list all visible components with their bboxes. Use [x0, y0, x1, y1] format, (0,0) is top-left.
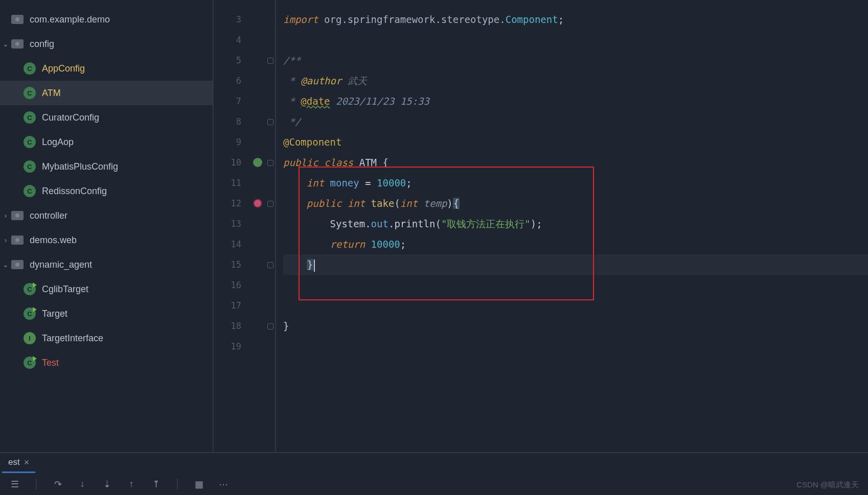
- class-icon: C: [24, 136, 36, 148]
- tree-file[interactable]: C CglibTarget: [0, 277, 213, 301]
- tree-label: Target: [42, 309, 213, 319]
- gutter-icons: [247, 0, 268, 452]
- bottom-tab[interactable]: est ×: [2, 453, 35, 473]
- force-step-into-icon[interactable]: ⇣: [101, 479, 112, 490]
- tree-file-selected[interactable]: C ATM: [0, 81, 213, 105]
- tab-label: est: [8, 457, 20, 467]
- tree-label: LogAop: [42, 137, 213, 148]
- project-tree: ▸ com.example.demo ⌄ config C AppConfig …: [0, 0, 213, 452]
- tree-file[interactable]: C Test: [0, 350, 213, 375]
- tree-folder-demos-web[interactable]: › demos.web: [0, 228, 213, 252]
- package-icon: [11, 235, 24, 245]
- tree-label: CglibTarget: [42, 284, 213, 295]
- class-icon: C: [24, 185, 36, 197]
- tree-folder-controller[interactable]: › controller: [0, 203, 213, 228]
- class-run-icon: C: [24, 357, 36, 369]
- evaluate-icon[interactable]: ▦: [193, 479, 204, 490]
- fold-icon[interactable]: [266, 254, 275, 275]
- text-caret: [314, 260, 315, 272]
- tree-label: TargetInterface: [42, 333, 213, 344]
- fold-icon[interactable]: [266, 316, 275, 336]
- package-icon: [11, 15, 24, 24]
- class-icon: C: [24, 87, 36, 99]
- interface-icon: I: [24, 332, 36, 344]
- tree-file[interactable]: C CuratorConfig: [0, 105, 213, 130]
- class-icon: C: [24, 111, 36, 124]
- tree-package-root[interactable]: ▸ com.example.demo: [0, 7, 213, 32]
- tree-label: demos.web: [30, 235, 213, 246]
- tree-file[interactable]: C LogAop: [0, 130, 213, 154]
- tree-folder-config[interactable]: ⌄ config: [0, 32, 213, 56]
- tree-label: ATM: [42, 88, 213, 99]
- class-icon: C: [24, 160, 36, 173]
- chevron-down-icon: ⌄: [0, 261, 11, 269]
- pane-divider[interactable]: [213, 0, 214, 452]
- close-icon[interactable]: ×: [24, 457, 30, 468]
- class-icon: C: [24, 62, 36, 75]
- chevron-down-icon: ⌄: [0, 40, 11, 48]
- tree-label: Test: [42, 358, 213, 368]
- tree-label: dynamic_agent: [30, 260, 213, 270]
- step-over-icon[interactable]: ↷: [52, 479, 63, 490]
- tree-file[interactable]: C RedissonConfig: [0, 179, 213, 203]
- watermark: CSDN @暗武逢天: [796, 480, 859, 490]
- fold-icon[interactable]: [266, 193, 275, 214]
- bottom-panel: est × ☰ ↷ ↓ ⇣ ↑ ⤒ ▦ ⋯ CSDN @暗武逢天: [0, 452, 868, 495]
- fold-gutter: [266, 0, 276, 452]
- tree-file[interactable]: C Target: [0, 301, 213, 326]
- tree-label: config: [30, 39, 213, 50]
- step-out-icon[interactable]: ↑: [126, 479, 137, 490]
- tree-label: controller: [30, 210, 213, 221]
- code-area[interactable]: import org.springframework.stereotype.Co…: [276, 0, 868, 452]
- tree: ▸ com.example.demo ⌄ config C AppConfig …: [0, 0, 213, 375]
- bottom-tabs: est ×: [0, 453, 868, 473]
- breakpoint-icon[interactable]: [253, 199, 262, 208]
- chevron-right-icon: ›: [0, 211, 11, 220]
- tree-label: RedissonConfig: [42, 186, 213, 197]
- tree-file[interactable]: C MybatisPlusConfig: [0, 154, 213, 179]
- line-number-gutter: 345 678 91011 121314 151617 1819: [213, 0, 247, 452]
- package-icon: [11, 260, 24, 269]
- step-into-icon[interactable]: ↓: [77, 479, 88, 490]
- tree-file[interactable]: I TargetInterface: [0, 326, 213, 350]
- class-run-icon: C: [24, 283, 36, 295]
- fold-icon[interactable]: [266, 152, 275, 173]
- chevron-right-icon: ›: [0, 236, 11, 244]
- bean-icon[interactable]: [253, 158, 262, 167]
- code-editor[interactable]: 345 678 91011 121314 151617 1819: [213, 0, 868, 452]
- package-icon: [11, 39, 24, 49]
- run-to-cursor-icon[interactable]: ⤒: [150, 479, 162, 490]
- debug-toolbar: ☰ ↷ ↓ ⇣ ↑ ⤒ ▦ ⋯: [0, 473, 868, 495]
- class-run-icon: C: [24, 308, 36, 320]
- tree-label: MybatisPlusConfig: [42, 161, 213, 172]
- package-icon: [11, 211, 24, 220]
- fold-icon[interactable]: [266, 50, 275, 70]
- tree-label: AppConfig: [42, 63, 213, 74]
- tree-label: CuratorConfig: [42, 112, 213, 123]
- tree-label: com.example.demo: [30, 14, 213, 25]
- tree-folder-dynamic-agent[interactable]: ⌄ dynamic_agent: [0, 252, 213, 277]
- fold-icon[interactable]: [266, 111, 275, 132]
- show-frames-icon[interactable]: ☰: [9, 479, 20, 490]
- tree-file[interactable]: C AppConfig: [0, 56, 213, 81]
- more-icon[interactable]: ⋯: [218, 479, 229, 490]
